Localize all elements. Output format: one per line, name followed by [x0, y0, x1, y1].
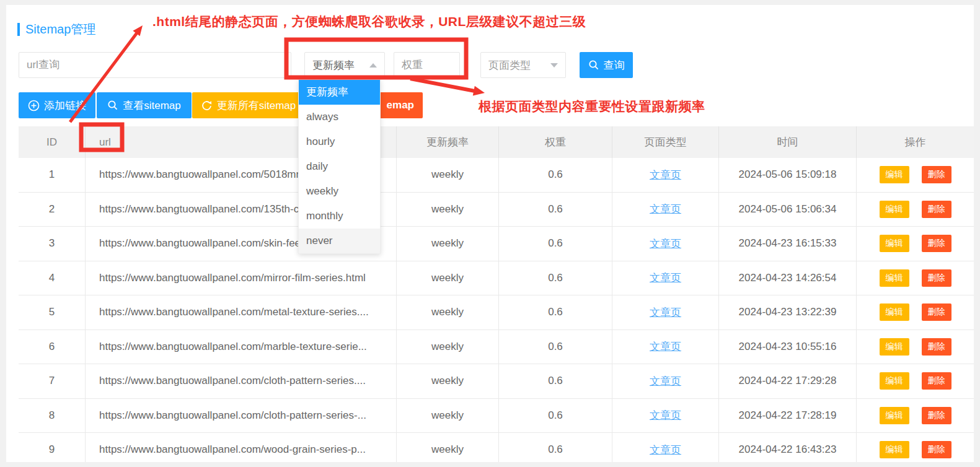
header-page-type: 页面类型 [612, 126, 719, 158]
content-panel: Sitemap管理 更新频率 页面类型 查询 添加链接 [6, 5, 974, 462]
edit-button[interactable]: 编辑 [880, 407, 909, 424]
cell-weight: 0.6 [499, 399, 612, 433]
header-time: 时间 [719, 126, 857, 158]
frequency-option-4[interactable]: daily [299, 154, 380, 179]
cell-url: https://www.bangtuowallpanel.com/wood-gr… [86, 433, 397, 462]
add-link-button[interactable]: 添加链接 [19, 92, 95, 118]
page-type-link[interactable]: 文章页 [650, 271, 681, 285]
cell-time: 2024-04-23 14:26:54 [719, 261, 857, 295]
cell-id: 9 [19, 433, 86, 462]
cell-frequency: weekly [397, 227, 499, 261]
edit-button[interactable]: 编辑 [880, 303, 909, 321]
delete-button[interactable]: 删除 [922, 235, 951, 252]
header-frequency: 更新频率 [397, 126, 499, 158]
delete-button[interactable]: 删除 [922, 407, 951, 424]
cell-id: 5 [19, 295, 86, 330]
page-type-link[interactable]: 文章页 [650, 374, 681, 388]
cell-time: 2024-04-23 10:55:16 [719, 330, 857, 364]
delete-button[interactable]: 删除 [922, 201, 951, 218]
refresh-icon [201, 100, 213, 111]
page-type-link[interactable]: 文章页 [650, 443, 681, 457]
table-row: 5 https://www.bangtuowallpanel.com/metal… [19, 295, 974, 330]
add-link-label: 添加链接 [44, 98, 86, 113]
page-type-link[interactable]: 文章页 [650, 339, 681, 354]
page-title-block: Sitemap管理 [17, 21, 95, 38]
frequency-option-7[interactable]: never [299, 229, 380, 253]
cell-time: 2024-05-06 15:06:34 [719, 193, 857, 227]
edit-button[interactable]: 编辑 [880, 372, 909, 390]
page-type-link[interactable]: 文章页 [650, 408, 681, 422]
search-button[interactable]: 查询 [580, 52, 633, 78]
page-title: Sitemap管理 [25, 21, 95, 38]
frequency-option-2[interactable]: always [299, 105, 380, 129]
cell-id: 4 [19, 261, 86, 295]
delete-button[interactable]: 删除 [922, 441, 951, 458]
cell-id: 7 [19, 364, 86, 398]
cell-id: 6 [19, 330, 86, 364]
table-row: 6 https://www.bangtuowallpanel.com/marbl… [19, 330, 974, 365]
edit-button[interactable]: 编辑 [880, 338, 909, 356]
cell-frequency: weekly [397, 399, 499, 433]
cell-weight: 0.6 [499, 330, 612, 364]
view-sitemap-button[interactable]: 查看sitemap [97, 92, 192, 118]
delete-button[interactable]: 删除 [922, 166, 951, 183]
weight-input[interactable] [394, 52, 460, 78]
delete-button[interactable]: 删除 [922, 269, 951, 287]
edit-button[interactable]: 编辑 [880, 269, 909, 287]
page-type-link[interactable]: 文章页 [650, 202, 681, 216]
title-accent-bar [17, 23, 20, 36]
edit-button[interactable]: 编辑 [880, 166, 909, 183]
cell-weight: 0.6 [499, 295, 612, 330]
cell-url: https://www.bangtuowallpanel.com/metal-t… [86, 295, 397, 330]
frequency-option-1[interactable]: 更新频率 [299, 80, 380, 105]
cell-url: https://www.bangtuowallpanel.com/cloth-p… [86, 364, 397, 398]
cell-weight: 0.6 [499, 193, 612, 227]
table-body: 1 https://www.bangtuowallpanel.com/5018m… [19, 158, 974, 462]
page: Sitemap管理 更新频率 页面类型 查询 添加链接 [0, 0, 980, 467]
cell-weight: 0.6 [499, 227, 612, 261]
update-all-sitemap-button[interactable]: 更新所有sitemap [192, 92, 304, 118]
frequency-option-6[interactable]: monthly [299, 204, 380, 229]
partial-sitemap-label: emap [387, 99, 414, 111]
edit-button[interactable]: 编辑 [880, 235, 909, 252]
table-row: 1 https://www.bangtuowallpanel.com/5018m… [19, 158, 974, 193]
cell-time: 2024-04-22 17:29:28 [719, 364, 857, 398]
frequency-option-3[interactable]: hourly [299, 129, 380, 154]
update-all-sitemap-label: 更新所有sitemap [217, 98, 296, 113]
delete-button[interactable]: 删除 [922, 338, 951, 356]
edit-button[interactable]: 编辑 [880, 441, 909, 458]
table-row: 3 https://www.bangtuowallpanel.com/skin-… [19, 227, 974, 261]
cell-weight: 0.6 [499, 158, 612, 192]
table-row: 8 https://www.bangtuowallpanel.com/cloth… [19, 399, 974, 434]
cell-frequency: weekly [397, 433, 499, 462]
page-type-select[interactable]: 页面类型 [480, 52, 566, 78]
page-type-link[interactable]: 文章页 [650, 168, 681, 182]
chevron-down-icon [550, 63, 558, 68]
search-icon [107, 100, 118, 111]
frequency-dropdown: 更新频率alwayshourlydailyweeklymonthlynever [298, 79, 381, 254]
plus-circle-icon [28, 100, 40, 111]
cell-frequency: weekly [397, 261, 499, 295]
edit-button[interactable]: 编辑 [880, 201, 909, 218]
cell-weight: 0.6 [499, 364, 612, 398]
frequency-option-5[interactable]: weekly [299, 179, 380, 204]
frequency-select[interactable]: 更新频率 [304, 52, 385, 78]
url-search-input[interactable] [19, 52, 291, 78]
frequency-select-value: 更新频率 [312, 58, 355, 72]
annotation-right-note: 根据页面类型内容重要性设置跟新频率 [479, 98, 705, 115]
table-row: 2 https://www.bangtuowallpanel.com/135th… [19, 193, 974, 227]
delete-button[interactable]: 删除 [922, 372, 951, 390]
cell-id: 1 [19, 158, 86, 192]
cell-id: 8 [19, 399, 86, 433]
header-id: ID [19, 126, 86, 158]
page-type-link[interactable]: 文章页 [650, 237, 681, 251]
delete-button[interactable]: 删除 [922, 303, 951, 321]
search-button-label: 查询 [604, 58, 625, 72]
cell-url: https://www.bangtuowallpanel.com/mirror-… [86, 261, 397, 295]
header-weight: 权重 [499, 126, 612, 158]
page-type-link[interactable]: 文章页 [650, 305, 681, 320]
annotation-top-note: .html结尾的静态页面，方便蜘蛛爬取谷歌收录，URL层级建议不超过三级 [152, 13, 586, 30]
cell-url: https://www.bangtuowallpanel.com/marble-… [86, 330, 397, 364]
view-sitemap-label: 查看sitemap [123, 98, 181, 113]
header-actions: 操作 [857, 126, 974, 158]
